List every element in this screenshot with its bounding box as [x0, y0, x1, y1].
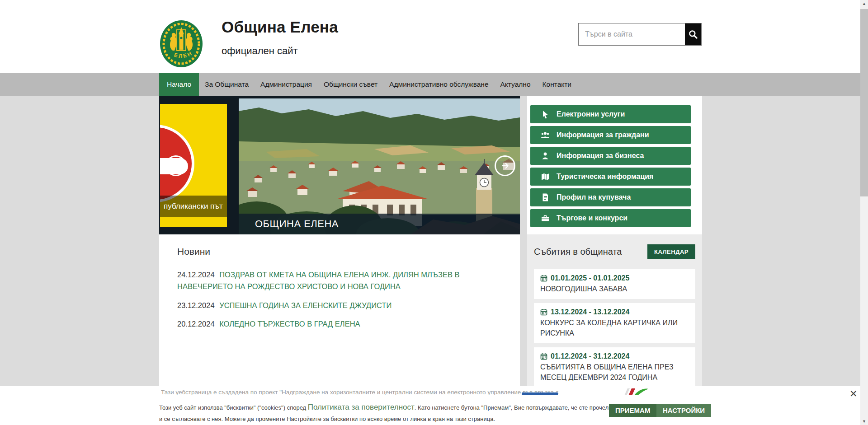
quick-link-eservices[interactable]: Електронни услуги [530, 105, 691, 123]
quick-link-tourist-info[interactable]: Туристическа информация [530, 168, 691, 186]
event-date-range: 01.12.2024 - 31.12.2024 [551, 352, 629, 360]
scrollbar-up-arrow[interactable]: ▲ [860, 0, 868, 7]
calendar-icon [540, 353, 547, 360]
event-date-range: 01.01.2025 - 01.01.2025 [551, 274, 629, 282]
quick-link-buyer-profile[interactable]: Профил на купувача [530, 188, 691, 206]
users-icon [540, 130, 550, 140]
arrow-left-icon [171, 161, 181, 171]
event-card[interactable]: 13.12.2024 - 13.12.2024 КОНКУРС ЗА КОЛЕД… [534, 303, 695, 343]
active-slide-caption: ОБЩИНА ЕЛЕНА [239, 214, 520, 234]
carousel-next-button[interactable] [495, 155, 515, 176]
quick-link-citizens-info[interactable]: Информация за граждани [530, 126, 691, 144]
main-nav: Начало За Общината Администрация Общинск… [0, 73, 868, 96]
cursor-icon [540, 109, 550, 119]
event-card[interactable]: 01.01.2025 - 01.01.2025 НОВОГОДИШНА ЗАБА… [534, 269, 695, 299]
news-date: 23.12.2024 [177, 301, 215, 309]
search-button[interactable] [685, 23, 701, 45]
nav-item-home[interactable]: Начало [159, 73, 199, 96]
arrow-right-icon [500, 161, 510, 171]
search-icon [688, 29, 698, 39]
event-title: КОНКУРС ЗА КОЛЕДНА КАРТИЧКА ИЛИ РИСУНКА [540, 318, 689, 338]
nav-item-contacts[interactable]: Контакти [537, 73, 577, 96]
site-subtitle: официален сайт [222, 45, 298, 57]
close-icon[interactable]: ✕ [849, 388, 858, 399]
calendar-button[interactable]: КАЛЕНДАР [647, 244, 695, 259]
nav-item-about[interactable]: За Общината [199, 73, 255, 96]
quick-link-business-info[interactable]: Информация за бизнеса [530, 147, 691, 165]
nav-item-council[interactable]: Общински съвет [318, 73, 383, 96]
event-date-range: 13.12.2024 - 13.12.2024 [551, 308, 629, 316]
nav-item-news[interactable]: Актуално [495, 73, 537, 96]
news-link[interactable]: КОЛЕДНО ТЪРЖЕСТВО В ГРАД ЕЛЕНА [219, 320, 360, 328]
person-icon [540, 151, 550, 161]
carousel-prev-button[interactable] [165, 155, 186, 176]
cookie-accept-button[interactable]: ПРИЕМАМ [609, 404, 656, 417]
news-item: 24.12.2024 ПОЗДРАВ ОТ КМЕТА НА ОБЩИНА ЕЛ… [177, 269, 502, 293]
briefcase-icon [540, 213, 550, 223]
cookie-settings-button[interactable]: НАСТРОЙКИ [656, 404, 711, 417]
news-date: 20.12.2024 [177, 320, 215, 328]
news-date: 24.12.2024 [177, 271, 215, 279]
quick-links-panel: Електронни услуги Информация за граждани… [527, 96, 702, 234]
news-heading: Новини [177, 246, 502, 257]
event-card[interactable]: 01.12.2024 - 31.12.2024 СЪБИТИЯТА В ОБЩИ… [534, 347, 695, 386]
quick-link-label: Туристическа информация [557, 173, 653, 181]
quick-link-label: Профил на купувача [557, 193, 631, 201]
event-title: НОВОГОДИШНА ЗАБАВА [540, 284, 689, 294]
news-item: 20.12.2024 КОЛЕДНО ТЪРЖЕСТВО В ГРАД ЕЛЕН… [177, 318, 502, 330]
news-item: 23.12.2024 УСПЕШНА ГОДИНА ЗА ЕЛЕНСКИТЕ Д… [177, 299, 502, 311]
events-section: Събития в общината КАЛЕНДАР 01.01.2025 -… [527, 234, 702, 386]
quick-link-tenders[interactable]: Търгове и конкурси [530, 209, 691, 227]
news-section: Новини 24.12.2024 ПОЗДРАВ ОТ КМЕТА НА ОБ… [159, 234, 520, 386]
quick-link-label: Информация за граждани [557, 131, 649, 139]
news-link[interactable]: УСПЕШНА ГОДИНА ЗА ЕЛЕНСКИТЕ ДЖУДИСТИ [219, 301, 392, 309]
calendar-icon [540, 308, 547, 316]
page-title: Община Елена [222, 18, 338, 36]
search-input[interactable] [579, 23, 685, 45]
cookie-text: Този уеб сайт използва "бисквитки" ("coo… [159, 401, 616, 425]
events-heading: Събития в общината [534, 247, 622, 257]
nav-item-administration[interactable]: Администрация [255, 73, 318, 96]
prev-slide-caption: публикански път [160, 196, 227, 217]
quick-link-label: Електронни услуги [557, 110, 625, 118]
site-header: ЕЛЕНА Община Елена официален сайт [0, 0, 868, 73]
image-carousel: публикански път [159, 96, 520, 234]
scrollbar-down-arrow[interactable]: ▼ [860, 418, 868, 425]
carousel-active-slide[interactable]: ОБЩИНА ЕЛЕНА [239, 98, 520, 234]
event-title: СЪБИТИЯТА В ОБЩИНА ЕЛЕНА ПРЕЗ МЕСЕЦ ДЕКЕ… [540, 362, 689, 383]
site-search [578, 23, 702, 46]
quick-link-label: Информация за бизнеса [557, 152, 644, 160]
quick-link-label: Търгове и конкурси [557, 214, 627, 222]
privacy-policy-link[interactable]: Политиката за поверителност [308, 403, 415, 411]
news-link[interactable]: ПОЗДРАВ ОТ КМЕТА НА ОБЩИНА ЕЛЕНА ИНЖ. ДИ… [177, 271, 460, 290]
scrollbar-thumb[interactable] [860, 9, 868, 196]
document-icon [540, 192, 550, 202]
cookie-text-start: Този уеб сайт използва "бисквитки" ("coo… [159, 404, 308, 411]
municipality-logo[interactable]: ЕЛЕНА [159, 19, 203, 69]
cookie-banner: Този уеб сайт използва "бисквитки" ("coo… [0, 395, 868, 425]
calendar-icon [540, 275, 547, 282]
nav-item-services[interactable]: Административно обслужване [383, 73, 494, 96]
scrollbar[interactable]: ▲ ▼ [860, 0, 868, 425]
map-icon [540, 172, 550, 182]
